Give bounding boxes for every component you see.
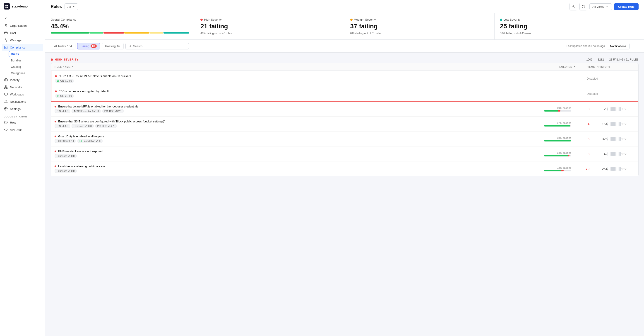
- row-items: 42: [590, 152, 608, 156]
- star-button[interactable]: ☆: [621, 121, 624, 127]
- sidebar-sub-rules[interactable]: Rules: [8, 51, 43, 57]
- refresh-row-button[interactable]: ↺: [624, 106, 627, 112]
- svg-point-22: [129, 45, 131, 47]
- sidebar-item-cost[interactable]: Cost: [2, 29, 43, 37]
- row-more-button[interactable]: ⋮: [627, 106, 630, 112]
- passing-tab[interactable]: Passing 69: [102, 43, 124, 49]
- refresh-row-button[interactable]: ↺: [624, 151, 627, 157]
- table-row[interactable]: Ensure that S3 Buckets are configured wi…: [51, 116, 638, 131]
- star-button[interactable]: ☆: [621, 166, 624, 172]
- tag: ACSC Essential 8 v1.0: [72, 109, 101, 113]
- search-icon: [128, 44, 131, 48]
- row-history: ☆ ↺ ⋮: [608, 151, 626, 157]
- table-row[interactable]: GuardDuty is enabled in all regions PCI …: [51, 131, 638, 146]
- star-button[interactable]: ☆: [621, 106, 624, 112]
- row-failures: 70: [571, 167, 590, 171]
- table-row[interactable]: EBS volumes are encrypted by default CIS…: [52, 86, 638, 101]
- compliance-submenu: Rules Bundles Catalog Categories: [2, 51, 43, 76]
- sidebar-item-organization[interactable]: Organization: [2, 22, 43, 29]
- table-row[interactable]: KMS master keys are not exposed Exposure…: [51, 146, 638, 161]
- bar-yellow: [150, 32, 163, 34]
- sidebar-item-notifications[interactable]: Notifications: [2, 98, 43, 105]
- overall-label: Overall Compliance: [51, 18, 189, 21]
- sidebar-sub-catalog[interactable]: Catalog: [8, 64, 43, 70]
- history-bars: [608, 107, 621, 111]
- sidebar-item-networks[interactable]: Networks: [2, 83, 43, 91]
- sidebar-sub-categories[interactable]: Categories: [8, 70, 43, 76]
- refresh-button[interactable]: [580, 3, 587, 11]
- filter-select[interactable]: All: [64, 4, 78, 10]
- failing-tab[interactable]: Failing 83: [77, 43, 100, 49]
- sidebar-label-organization: Organization: [10, 24, 27, 28]
- row-more-button[interactable]: ⋮: [627, 121, 630, 127]
- sidebar-item-back[interactable]: [2, 15, 43, 22]
- search-input[interactable]: [133, 44, 186, 48]
- section-header: HIGH SEVERITY 1009 3282 21 FAILING / 21 …: [51, 56, 638, 63]
- page-title: Rules: [51, 4, 62, 9]
- tag: PCI DSS v3.2.1: [54, 139, 76, 143]
- row-tags: CIS v1.4.0: [55, 94, 548, 98]
- all-views-button[interactable]: All Views: [590, 4, 612, 10]
- row-more-button[interactable]: ⋮: [627, 151, 630, 157]
- svg-point-31: [631, 94, 631, 94]
- sidebar-label-wastage: Wastage: [10, 39, 22, 42]
- row-more-button[interactable]: ⋮: [627, 166, 630, 172]
- failing-badge: 83: [90, 44, 96, 48]
- refresh-row-button[interactable]: ↺: [624, 121, 627, 127]
- sidebar-item-compliance[interactable]: Compliance: [2, 44, 43, 51]
- row-dot: [54, 165, 56, 167]
- refresh-row-button[interactable]: ↺: [624, 136, 627, 142]
- documentation-section-label: DOCUMENTATION: [0, 112, 45, 119]
- star-button[interactable]: ☆: [621, 151, 624, 157]
- bar-teal: [164, 32, 189, 34]
- row-more-button[interactable]: [628, 91, 634, 97]
- col-items: ITEMS: [576, 66, 598, 68]
- row-progress: 98% passing: [553, 136, 571, 141]
- refresh-row-button[interactable]: ↺: [624, 166, 627, 172]
- logo-icon: [4, 3, 10, 10]
- row-failures: 8: [571, 107, 590, 111]
- sidebar-item-api-docs[interactable]: API Docs: [2, 126, 43, 133]
- svg-rect-10: [4, 88, 5, 89]
- svg-point-27: [631, 77, 631, 78]
- col-history: HISTORY: [598, 66, 635, 68]
- sidebar-item-identity[interactable]: Identity: [2, 76, 43, 83]
- filter-dropdown[interactable]: All: [64, 4, 78, 10]
- medium-dot: [350, 19, 352, 21]
- filters-row: All Rules 164 Failing 83 Passing 69 Last…: [45, 40, 644, 53]
- overall-value: 45.4%: [51, 23, 189, 30]
- progress-bar: [544, 110, 571, 112]
- tag: PCI DSS v3.2.1: [102, 109, 124, 113]
- svg-point-30: [631, 92, 631, 93]
- col-failures: FAILURES: [549, 66, 576, 68]
- create-rule-button[interactable]: Create Rule: [614, 3, 638, 10]
- search-box[interactable]: [126, 43, 189, 49]
- sidebar-item-settings[interactable]: Settings: [2, 105, 43, 112]
- row-more-button[interactable]: ⋮: [627, 136, 630, 142]
- sidebar-item-help[interactable]: Help: [2, 119, 43, 126]
- download-button[interactable]: [570, 3, 577, 11]
- sidebar-item-workloads[interactable]: Workloads: [2, 91, 43, 98]
- main-content: Rules All All Views Create Rule Overall: [45, 0, 644, 336]
- table-row[interactable]: Lambdas are allowing public access Expos…: [51, 161, 638, 176]
- history-bars: [608, 152, 621, 156]
- row-dot: [54, 150, 56, 152]
- low-severity-card: Low Severity 25 failing 56% failing out …: [494, 13, 644, 40]
- notifications-button[interactable]: Notifications: [607, 43, 630, 49]
- more-options-button[interactable]: [631, 42, 638, 50]
- sidebar-item-wastage[interactable]: Wastage: [2, 37, 43, 44]
- svg-rect-11: [6, 88, 8, 89]
- all-rules-tab[interactable]: All Rules 164: [51, 43, 76, 49]
- header-actions: All Views Create Rule: [570, 3, 638, 11]
- app-logo[interactable]: stax-demo: [0, 0, 45, 13]
- table-row[interactable]: Ensure hardware MFA is enabled for the r…: [51, 102, 638, 116]
- row-more-button[interactable]: [628, 76, 634, 82]
- table-row[interactable]: CIS 2.1.3 - Ensure MFA Delete is enable …: [52, 71, 638, 86]
- sidebar-label-help: Help: [10, 121, 16, 124]
- row-dot: [55, 75, 57, 77]
- section-dot: [51, 59, 53, 61]
- row-status: Disabled: [548, 92, 598, 95]
- svg-point-18: [6, 108, 6, 109]
- sidebar-sub-bundles[interactable]: Bundles: [8, 57, 43, 64]
- star-button[interactable]: ☆: [621, 136, 624, 142]
